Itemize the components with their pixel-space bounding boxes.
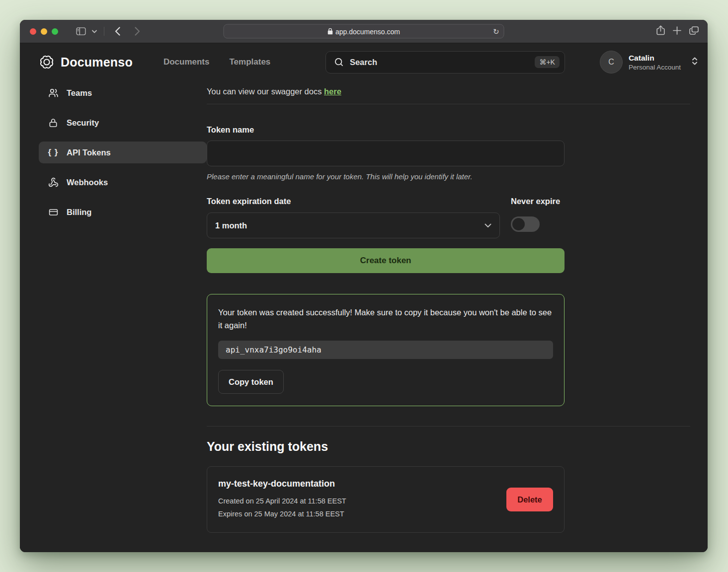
create-token-button[interactable]: Create token [207,248,565,273]
chevron-down-icon [485,221,491,230]
brand[interactable]: Documenso [39,54,133,70]
braces-icon: { } [48,147,59,157]
sidebar-item-label: API Tokens [67,148,111,157]
tab-overview-icon[interactable] [689,26,699,37]
webhook-icon [48,177,59,188]
token-expiration-select[interactable]: 1 month [207,213,500,238]
token-name-input[interactable] [207,141,565,166]
documenso-logo-icon [39,54,55,70]
credit-card-icon [48,208,59,217]
traffic-lights [30,28,58,35]
search-placeholder: Search [350,58,529,67]
token-created-date: Created on 25 April 2024 at 11:58 EEST [218,495,553,507]
token-name-helper: Please enter a meaningful name for your … [207,172,565,181]
api-tokens-panel: You can view our swagger docs here Token… [207,81,690,552]
token-expiration-label: Token expiration date [207,197,500,206]
nav-templates[interactable]: Templates [229,57,270,67]
lock-icon [327,28,332,35]
brand-name: Documenso [61,55,133,70]
sidebar-options-chevron-icon[interactable] [90,24,99,38]
sidebar-item-teams[interactable]: Teams [39,82,207,104]
app-header: Documenso Documents Templates Search ⌘+K… [20,43,708,81]
forward-button[interactable] [130,24,144,38]
zoom-window-button[interactable] [52,28,58,35]
url-text: app.documenso.com [335,27,400,35]
chevron-up-down-icon [692,57,698,68]
sidebar-item-label: Webhooks [67,178,108,187]
account-type: Personal Account [629,64,681,71]
copy-token-button[interactable]: Copy token [218,370,284,394]
users-icon [48,88,59,98]
minimize-window-button[interactable] [41,28,47,35]
token-name-label: Token name [207,125,565,135]
divider [207,426,690,427]
swagger-docs-note: You can view our swagger docs here [207,87,690,96]
never-expire-toggle[interactable] [511,216,540,232]
settings-sidebar: Teams Security { } API Tokens [39,81,207,552]
account-name: Catalin [629,53,681,64]
close-window-button[interactable] [30,28,36,35]
token-expiration-value: 1 month [215,221,247,230]
new-tab-icon[interactable] [673,26,681,37]
search-input[interactable]: Search ⌘+K [325,51,565,73]
reload-icon[interactable]: ↻ [493,27,499,36]
sidebar-item-security[interactable]: Security [39,112,207,134]
token-created-message: Your token was created successfully! Mak… [218,306,553,332]
nav-documents[interactable]: Documents [163,57,210,67]
avatar: C [600,51,623,73]
sidebar-item-billing[interactable]: Billing [39,201,207,223]
sidebar-item-label: Billing [67,208,91,217]
browser-toolbar: app.documenso.com ↻ [20,20,708,43]
account-menu[interactable]: C Catalin Personal Account [600,51,698,73]
sidebar-item-api-tokens[interactable]: { } API Tokens [39,142,207,163]
search-shortcut-badge: ⌘+K [535,56,560,68]
token-value: api_vnxa7i3go9oi4aha [218,341,553,359]
token-card-dates: Created on 25 April 2024 at 11:58 EEST E… [218,495,553,520]
main-nav: Documents Templates [163,57,270,67]
search-icon [334,57,344,67]
swagger-docs-text: You can view our swagger docs [207,87,324,96]
never-expire-label: Never expire [511,197,560,206]
sidebar-item-label: Security [67,118,99,128]
token-expires-date: Expires on 25 May 2024 at 11:58 EEST [218,508,553,520]
lock-icon [48,118,59,128]
token-card-name: my-test-key-documentation [218,479,553,489]
share-icon[interactable] [656,25,665,37]
sidebar-item-webhooks[interactable]: Webhooks [39,171,207,193]
address-bar[interactable]: app.documenso.com ↻ [224,24,504,39]
token-created-alert: Your token was created successfully! Mak… [207,294,565,406]
toggle-knob [512,218,525,230]
token-card: my-test-key-documentation Created on 25 … [207,466,565,533]
existing-tokens-heading: Your existing tokens [207,439,690,454]
settings-content: Teams Security { } API Tokens [20,81,708,552]
sidebar-toggle-icon[interactable] [74,24,88,38]
documenso-app: Documenso Documents Templates Search ⌘+K… [20,43,708,552]
browser-window: app.documenso.com ↻ [20,20,708,552]
divider [207,104,690,104]
delete-token-button[interactable]: Delete [506,488,553,511]
swagger-docs-link[interactable]: here [324,87,341,96]
back-button[interactable] [110,24,124,38]
sidebar-item-label: Teams [67,88,92,98]
